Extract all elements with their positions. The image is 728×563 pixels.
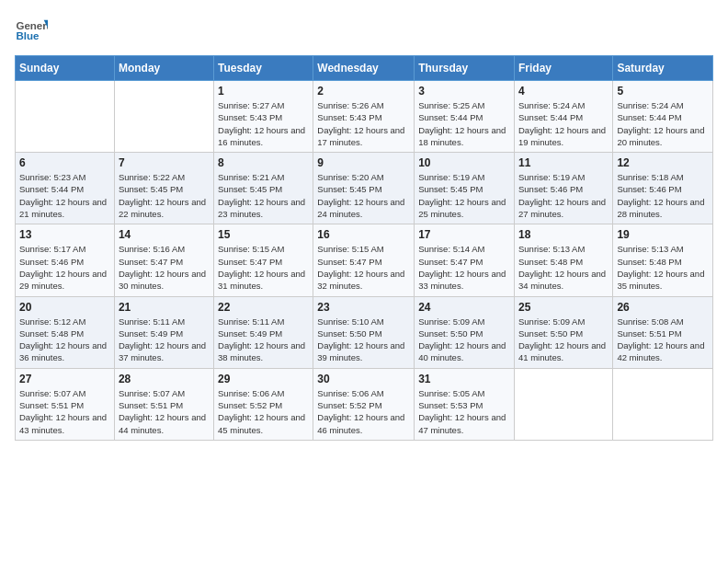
day-number: 31 bbox=[418, 373, 510, 385]
day-number: 8 bbox=[218, 156, 309, 169]
calendar-cell: 2Sunrise: 5:26 AM Sunset: 5:43 PM Daylig… bbox=[313, 81, 415, 153]
day-number: 7 bbox=[119, 156, 210, 169]
calendar-cell: 28Sunrise: 5:07 AM Sunset: 5:51 PM Dayli… bbox=[114, 368, 213, 440]
day-info: Sunrise: 5:20 AM Sunset: 5:45 PM Dayligh… bbox=[317, 171, 410, 220]
calendar-cell: 1Sunrise: 5:27 AM Sunset: 5:43 PM Daylig… bbox=[214, 81, 313, 153]
calendar-cell: 14Sunrise: 5:16 AM Sunset: 5:47 PM Dayli… bbox=[114, 224, 213, 296]
day-number: 10 bbox=[418, 156, 510, 169]
day-info: Sunrise: 5:06 AM Sunset: 5:52 PM Dayligh… bbox=[218, 387, 309, 436]
day-info: Sunrise: 5:22 AM Sunset: 5:45 PM Dayligh… bbox=[119, 171, 210, 220]
calendar-cell: 27Sunrise: 5:07 AM Sunset: 5:51 PM Dayli… bbox=[16, 368, 115, 440]
calendar-cell: 8Sunrise: 5:21 AM Sunset: 5:45 PM Daylig… bbox=[214, 153, 313, 224]
day-info: Sunrise: 5:15 AM Sunset: 5:47 PM Dayligh… bbox=[218, 243, 309, 292]
calendar-cell: 7Sunrise: 5:22 AM Sunset: 5:45 PM Daylig… bbox=[114, 153, 213, 224]
day-info: Sunrise: 5:18 AM Sunset: 5:46 PM Dayligh… bbox=[617, 171, 709, 220]
calendar-cell: 17Sunrise: 5:14 AM Sunset: 5:47 PM Dayli… bbox=[415, 224, 515, 296]
calendar-cell: 13Sunrise: 5:17 AM Sunset: 5:46 PM Dayli… bbox=[16, 224, 115, 296]
day-number: 11 bbox=[518, 156, 609, 169]
weekday-header: Thursday bbox=[415, 56, 515, 81]
day-info: Sunrise: 5:27 AM Sunset: 5:43 PM Dayligh… bbox=[218, 99, 309, 148]
day-number: 16 bbox=[317, 228, 410, 241]
day-info: Sunrise: 5:10 AM Sunset: 5:50 PM Dayligh… bbox=[317, 316, 410, 364]
calendar-cell: 26Sunrise: 5:08 AM Sunset: 5:51 PM Dayli… bbox=[613, 296, 713, 368]
weekday-header: Wednesday bbox=[313, 56, 415, 81]
calendar-cell: 22Sunrise: 5:11 AM Sunset: 5:49 PM Dayli… bbox=[214, 296, 313, 368]
day-number: 29 bbox=[218, 373, 309, 385]
day-info: Sunrise: 5:07 AM Sunset: 5:51 PM Dayligh… bbox=[119, 387, 210, 436]
day-info: Sunrise: 5:06 AM Sunset: 5:52 PM Dayligh… bbox=[317, 387, 410, 436]
day-number: 12 bbox=[617, 156, 709, 169]
day-number: 23 bbox=[317, 301, 410, 314]
calendar-cell: 9Sunrise: 5:20 AM Sunset: 5:45 PM Daylig… bbox=[313, 153, 415, 224]
calendar-cell bbox=[114, 81, 213, 153]
day-number: 19 bbox=[617, 228, 709, 241]
logo: General Blue bbox=[15, 15, 48, 48]
day-info: Sunrise: 5:26 AM Sunset: 5:43 PM Dayligh… bbox=[317, 99, 410, 148]
day-info: Sunrise: 5:23 AM Sunset: 5:44 PM Dayligh… bbox=[19, 171, 110, 220]
page-header: General Blue bbox=[15, 15, 713, 48]
day-info: Sunrise: 5:25 AM Sunset: 5:44 PM Dayligh… bbox=[418, 99, 510, 148]
weekday-header: Saturday bbox=[613, 56, 713, 81]
day-info: Sunrise: 5:12 AM Sunset: 5:48 PM Dayligh… bbox=[19, 316, 110, 364]
day-number: 14 bbox=[119, 228, 210, 241]
day-info: Sunrise: 5:19 AM Sunset: 5:46 PM Dayligh… bbox=[518, 171, 609, 220]
day-number: 13 bbox=[19, 228, 110, 241]
day-info: Sunrise: 5:11 AM Sunset: 5:49 PM Dayligh… bbox=[119, 316, 210, 364]
day-number: 2 bbox=[317, 85, 410, 98]
day-info: Sunrise: 5:09 AM Sunset: 5:50 PM Dayligh… bbox=[418, 316, 510, 364]
day-info: Sunrise: 5:19 AM Sunset: 5:45 PM Dayligh… bbox=[418, 171, 510, 220]
day-info: Sunrise: 5:07 AM Sunset: 5:51 PM Dayligh… bbox=[19, 387, 110, 436]
calendar-cell: 21Sunrise: 5:11 AM Sunset: 5:49 PM Dayli… bbox=[114, 296, 213, 368]
day-info: Sunrise: 5:08 AM Sunset: 5:51 PM Dayligh… bbox=[617, 316, 709, 364]
day-info: Sunrise: 5:13 AM Sunset: 5:48 PM Dayligh… bbox=[617, 243, 709, 292]
day-number: 5 bbox=[617, 85, 709, 98]
calendar-cell: 29Sunrise: 5:06 AM Sunset: 5:52 PM Dayli… bbox=[214, 368, 313, 440]
calendar-cell: 31Sunrise: 5:05 AM Sunset: 5:53 PM Dayli… bbox=[415, 368, 515, 440]
day-number: 15 bbox=[218, 228, 309, 241]
day-number: 1 bbox=[218, 85, 309, 98]
day-number: 28 bbox=[119, 373, 210, 385]
day-info: Sunrise: 5:14 AM Sunset: 5:47 PM Dayligh… bbox=[418, 243, 510, 292]
day-number: 18 bbox=[518, 228, 609, 241]
day-number: 26 bbox=[617, 301, 709, 314]
calendar-cell: 10Sunrise: 5:19 AM Sunset: 5:45 PM Dayli… bbox=[415, 153, 515, 224]
weekday-header: Monday bbox=[114, 56, 213, 81]
day-number: 25 bbox=[518, 301, 609, 314]
day-info: Sunrise: 5:13 AM Sunset: 5:48 PM Dayligh… bbox=[518, 243, 609, 292]
day-info: Sunrise: 5:17 AM Sunset: 5:46 PM Dayligh… bbox=[19, 243, 110, 292]
day-info: Sunrise: 5:05 AM Sunset: 5:53 PM Dayligh… bbox=[418, 387, 510, 436]
calendar-cell: 19Sunrise: 5:13 AM Sunset: 5:48 PM Dayli… bbox=[613, 224, 713, 296]
day-number: 9 bbox=[317, 156, 410, 169]
logo-icon: General Blue bbox=[15, 15, 48, 48]
calendar-cell: 15Sunrise: 5:15 AM Sunset: 5:47 PM Dayli… bbox=[214, 224, 313, 296]
svg-text:General: General bbox=[16, 20, 48, 31]
calendar-cell: 5Sunrise: 5:24 AM Sunset: 5:44 PM Daylig… bbox=[613, 81, 713, 153]
calendar-cell bbox=[514, 368, 612, 440]
calendar-cell: 16Sunrise: 5:15 AM Sunset: 5:47 PM Dayli… bbox=[313, 224, 415, 296]
calendar-cell: 23Sunrise: 5:10 AM Sunset: 5:50 PM Dayli… bbox=[313, 296, 415, 368]
day-info: Sunrise: 5:16 AM Sunset: 5:47 PM Dayligh… bbox=[119, 243, 210, 292]
day-info: Sunrise: 5:15 AM Sunset: 5:47 PM Dayligh… bbox=[317, 243, 410, 292]
day-number: 22 bbox=[218, 301, 309, 314]
calendar-cell: 18Sunrise: 5:13 AM Sunset: 5:48 PM Dayli… bbox=[514, 224, 612, 296]
calendar-cell: 30Sunrise: 5:06 AM Sunset: 5:52 PM Dayli… bbox=[313, 368, 415, 440]
calendar-table: SundayMondayTuesdayWednesdayThursdayFrid… bbox=[15, 55, 713, 441]
svg-text:Blue: Blue bbox=[16, 30, 40, 41]
day-number: 20 bbox=[19, 301, 110, 314]
day-info: Sunrise: 5:21 AM Sunset: 5:45 PM Dayligh… bbox=[218, 171, 309, 220]
calendar-cell: 11Sunrise: 5:19 AM Sunset: 5:46 PM Dayli… bbox=[514, 153, 612, 224]
day-number: 6 bbox=[19, 156, 110, 169]
day-number: 30 bbox=[317, 373, 410, 385]
calendar-cell bbox=[16, 81, 115, 153]
day-info: Sunrise: 5:09 AM Sunset: 5:50 PM Dayligh… bbox=[518, 316, 609, 364]
calendar-cell: 24Sunrise: 5:09 AM Sunset: 5:50 PM Dayli… bbox=[415, 296, 515, 368]
day-number: 3 bbox=[418, 85, 510, 98]
day-number: 4 bbox=[518, 85, 609, 98]
calendar-cell: 25Sunrise: 5:09 AM Sunset: 5:50 PM Dayli… bbox=[514, 296, 612, 368]
day-info: Sunrise: 5:11 AM Sunset: 5:49 PM Dayligh… bbox=[218, 316, 309, 364]
calendar-cell: 4Sunrise: 5:24 AM Sunset: 5:44 PM Daylig… bbox=[514, 81, 612, 153]
day-info: Sunrise: 5:24 AM Sunset: 5:44 PM Dayligh… bbox=[617, 99, 709, 148]
day-number: 21 bbox=[119, 301, 210, 314]
calendar-cell: 20Sunrise: 5:12 AM Sunset: 5:48 PM Dayli… bbox=[16, 296, 115, 368]
calendar-cell bbox=[613, 368, 713, 440]
